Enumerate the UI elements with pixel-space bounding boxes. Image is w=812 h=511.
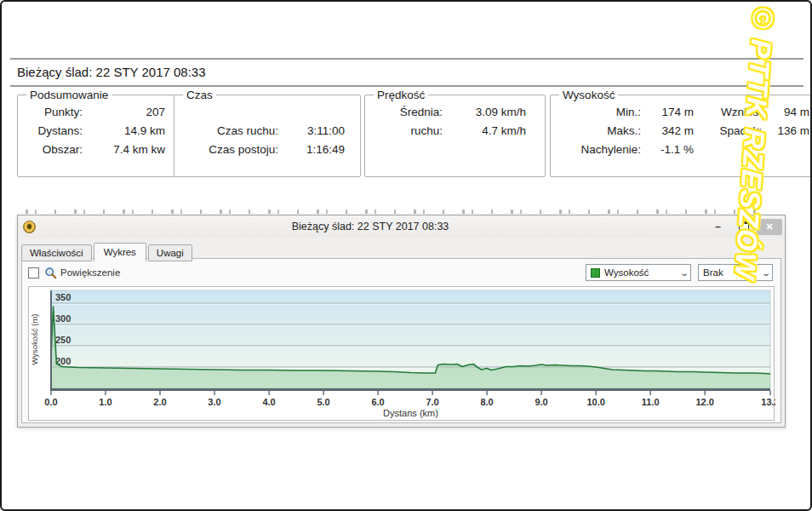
moving-speed-value: 4.7 km/h — [448, 122, 540, 141]
tab-wlasciwosci[interactable]: Właściwości — [21, 244, 92, 261]
window-title: Bieżący ślad: 22 STY 2017 08:33 — [36, 221, 705, 233]
app-icon — [23, 221, 36, 233]
svg-text:11.0: 11.0 — [642, 397, 660, 407]
clipped-text-behind-window — [26, 210, 759, 214]
slope-label: Nachylenie: — [556, 141, 641, 159]
distance-label: Dystans: — [23, 122, 83, 141]
tab-wykres[interactable]: Wykres — [94, 243, 146, 262]
tab-strip: Właściwości Wykres Uwagi — [18, 238, 785, 261]
max-elev-value: 342 m — [641, 122, 694, 141]
svg-text:8.0: 8.0 — [480, 397, 493, 407]
restore-window-icon — [739, 221, 749, 233]
time-panel-title: Czas — [183, 89, 216, 101]
summary-panel-title: Podsumowanie — [26, 89, 112, 101]
svg-text:5.0: 5.0 — [317, 397, 329, 407]
svg-text:7.0: 7.0 — [426, 397, 438, 407]
chart-tab-content: Powiększenie Wysokość ⌄ Brak ⌄ 200250300… — [21, 258, 781, 423]
track-chart-window: Bieżący ślad: 22 STY 2017 08:33 – ✕ Właś… — [17, 215, 786, 428]
svg-text:12.0: 12.0 — [695, 397, 713, 407]
chevron-down-icon: ⌄ — [761, 268, 771, 278]
summary-panel: Podsumowanie Punkty:207 Dystans:14.9 km … — [17, 89, 178, 177]
area-label: Obszar: — [23, 141, 83, 159]
svg-text:6.0: 6.0 — [371, 397, 384, 407]
speed-panel-title: Prędkość — [374, 89, 428, 101]
svg-text:4.0: 4.0 — [262, 397, 275, 407]
time-panel: Czas Czas ruchu:3:11:00 Czas postoju:1:1… — [174, 89, 361, 177]
svg-text:Wysokość (m): Wysokość (m) — [30, 313, 39, 365]
chart-toolbar: Powiększenie Wysokość ⌄ Brak ⌄ — [28, 263, 773, 282]
elevation-panel: Wysokość Min.: 174 m Wznios: 94 m Maks.:… — [550, 89, 812, 177]
min-elev-value: 174 m — [641, 103, 694, 122]
svg-text:300: 300 — [55, 313, 71, 324]
secondary-select-value: Brak — [703, 267, 763, 278]
maximize-button[interactable] — [731, 219, 756, 235]
points-value: 207 — [83, 103, 172, 122]
elevation-panel-title: Wysokość — [559, 89, 618, 101]
elevation-profile-chart[interactable]: 2002503003500.01.02.03.04.05.06.07.08.09… — [28, 286, 775, 421]
points-label: Punkty: — [23, 103, 83, 122]
chevron-down-icon: ⌄ — [679, 268, 689, 278]
moving-time-label: Czas ruchu: — [180, 122, 278, 141]
svg-text:3.0: 3.0 — [208, 397, 220, 407]
svg-text:350: 350 — [55, 292, 71, 302]
stopped-time-label: Czas postoju: — [180, 141, 278, 159]
app-screen: © PTTK RZESZÓW Bieżący ślad: 22 STY 2017… — [0, 0, 812, 511]
ascent-value: 94 m — [762, 103, 809, 122]
current-track-header: Bieżący ślad: 22 STY 2017 08:33 — [10, 58, 803, 87]
svg-text:9.0: 9.0 — [535, 397, 547, 407]
stopped-time-value: 1:16:49 — [278, 141, 355, 159]
svg-text:13.2: 13.2 — [761, 397, 775, 407]
avg-speed-label: Średnia: — [370, 103, 448, 122]
area-value: 7.4 km kw — [83, 141, 172, 159]
svg-text:0.0: 0.0 — [44, 397, 57, 407]
series-color-swatch — [591, 268, 600, 278]
descent-label: Spadek: — [694, 122, 762, 141]
zoom-checkbox[interactable] — [28, 267, 39, 278]
magnifier-icon — [44, 267, 57, 279]
distance-value: 14.9 km — [83, 122, 172, 141]
svg-text:250: 250 — [55, 335, 71, 345]
descent-value: 136 m — [762, 122, 809, 141]
ascent-label: Wznios: — [694, 103, 762, 122]
svg-text:1.0: 1.0 — [99, 397, 112, 407]
svg-text:2.0: 2.0 — [153, 397, 166, 407]
series-select[interactable]: Wysokość ⌄ — [586, 264, 691, 281]
tab-uwagi[interactable]: Uwagi — [148, 244, 192, 261]
close-button[interactable]: ✕ — [757, 219, 782, 235]
zoom-checkbox-label: Powiększenie — [60, 267, 120, 278]
slope-value: -1.1 % — [641, 141, 694, 159]
minimize-button[interactable]: – — [706, 219, 730, 235]
speed-panel: Prędkość Średnia:3.09 km/h ruchu:4.7 km/… — [364, 89, 546, 177]
max-elev-label: Maks.: — [556, 122, 641, 141]
svg-text:Dystans (km): Dystans (km) — [383, 408, 438, 418]
window-titlebar[interactable]: Bieżący ślad: 22 STY 2017 08:33 – ✕ — [18, 215, 785, 238]
svg-text:10.0: 10.0 — [586, 397, 604, 407]
avg-speed-value: 3.09 km/h — [448, 103, 540, 122]
moving-speed-label: ruchu: — [370, 122, 448, 141]
series-select-value: Wysokość — [604, 267, 681, 278]
secondary-select[interactable]: Brak ⌄ — [698, 264, 773, 281]
moving-time-value: 3:11:00 — [278, 122, 355, 141]
min-elev-label: Min.: — [556, 103, 641, 122]
